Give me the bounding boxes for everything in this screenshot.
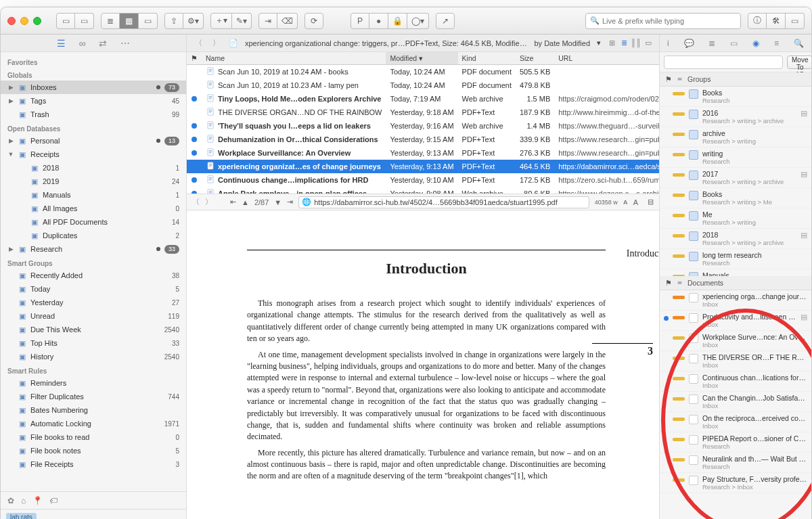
list-item[interactable]: Continuous change…implications for HRDYe…: [187, 173, 659, 187]
list-item[interactable]: Tiny Loops, Hold Me…oden Explorers Archi…: [187, 92, 659, 106]
page-down-icon[interactable]: ▼: [274, 198, 281, 206]
flag-icon[interactable]: ⚑: [665, 75, 672, 83]
document-viewer[interactable]: rsity At 02:18 30 September 2015 (PT) In…: [187, 210, 659, 519]
disclosure-icon[interactable]: ▶: [7, 246, 14, 252]
more-icon[interactable]: ⋯: [120, 38, 130, 49]
toc-tab-icon[interactable]: ≣: [708, 39, 715, 48]
list-item[interactable]: Dehumanization in Or…thical Consideratio…: [187, 133, 659, 146]
minimize-icon[interactable]: [20, 17, 28, 25]
related-document[interactable]: PIPEDA Report o…sioner of CanadaResearch: [660, 432, 811, 453]
inspector-search-input[interactable]: [664, 55, 783, 69]
view-doc-icon[interactable]: ▭: [139, 13, 158, 29]
more-icon[interactable]: ▤: [800, 231, 807, 240]
lock-icon[interactable]: 🔒: [388, 13, 407, 29]
sidebar-item[interactable]: ▼▣Receipts: [1, 148, 186, 161]
related-tab-icon[interactable]: ◉: [752, 39, 759, 48]
sidebar-item[interactable]: ▣20181: [1, 161, 186, 175]
sidebar-item[interactable]: ▣Bates Numbering: [1, 403, 186, 417]
sidebar-item[interactable]: ▣File Receipts3: [1, 457, 186, 471]
col-url[interactable]: URL: [554, 52, 659, 65]
tools-icon[interactable]: 🛠: [767, 13, 786, 29]
sidebar-item[interactable]: ▣Trash99: [1, 108, 186, 121]
sidebar-item[interactable]: ▣Top Hits33: [1, 336, 186, 350]
swap-icon[interactable]: ⇄: [99, 38, 107, 49]
score-icon[interactable]: ＝: [676, 74, 683, 84]
more-icon[interactable]: ▤: [800, 109, 807, 118]
inspector-toggle-icon[interactable]: ▭: [786, 13, 805, 29]
forward-icon[interactable]: 〉: [210, 37, 222, 49]
related-group[interactable]: 2018Research > writing > archive▤: [660, 229, 811, 249]
col-size[interactable]: Size: [516, 52, 554, 65]
move-to-button[interactable]: Move To ^C: [787, 55, 812, 69]
url-field[interactable]: 🌐 https://dabamirror.sci-hub.tw/4502/4…5…: [298, 196, 589, 208]
page-up-icon[interactable]: ▲: [242, 198, 249, 206]
thumb-tab-icon[interactable]: ▭: [730, 39, 738, 48]
list-item[interactable]: Workplace Surveillance: An OverviewYeste…: [187, 146, 659, 160]
column-icon[interactable]: ║║: [631, 39, 641, 47]
delete-icon[interactable]: ⌫: [277, 13, 298, 29]
link-icon[interactable]: ∞: [79, 38, 86, 49]
disclosure-icon[interactable]: ▶: [7, 97, 14, 104]
col-flag[interactable]: ⚑: [187, 52, 202, 65]
search-tab-icon[interactable]: 🔍: [794, 39, 804, 48]
share-icon[interactable]: ⇪: [164, 13, 183, 29]
document-list[interactable]: ⚑ Name Modified ▾ Kind Size URL Scan Jun…: [187, 52, 659, 194]
related-group[interactable]: ManualsReceipts: [660, 269, 811, 276]
doc-forward-icon[interactable]: 〉: [205, 197, 212, 207]
page-last-icon[interactable]: ⇥: [287, 198, 293, 206]
sidebar-toggle-right-icon[interactable]: ▭: [75, 13, 94, 29]
search-field[interactable]: 🔍: [585, 13, 741, 29]
move-to-icon[interactable]: ⇥: [258, 13, 277, 29]
links-tab-icon[interactable]: ≡: [774, 39, 779, 48]
related-group[interactable]: writingResearch: [660, 148, 811, 168]
text-small-icon[interactable]: ᴀ: [623, 198, 628, 206]
sidebar-item[interactable]: ▣201924: [1, 175, 186, 188]
disclosure-icon[interactable]: ▶: [7, 137, 14, 144]
related-group[interactable]: BooksResearch: [660, 87, 811, 107]
flag-icon[interactable]: P: [351, 13, 369, 29]
search-input[interactable]: [602, 17, 736, 25]
related-document[interactable]: xperiencing orga…change journeysInbox: [660, 290, 811, 311]
sidebar-item[interactable]: ▶▣Research33: [1, 242, 186, 256]
info-tab-icon[interactable]: i: [667, 39, 669, 48]
sidebar-item[interactable]: ▣Recently Added38: [1, 269, 186, 282]
list-item[interactable]: Scan Jun 10, 2019 at 10.24 AM - booksTod…: [187, 65, 659, 79]
related-group[interactable]: 2016Research > writing > archive▤: [660, 107, 811, 127]
doc-back-icon[interactable]: 〈: [192, 197, 200, 207]
view-list-icon[interactable]: ≣: [101, 13, 120, 29]
more-icon[interactable]: ▤: [800, 170, 807, 179]
sidebar-item[interactable]: ▣Unread119: [1, 309, 186, 323]
new-folder-icon[interactable]: ✎▾: [232, 13, 252, 29]
list-item[interactable]: Apple Park employe…in open-plan officesY…: [187, 187, 659, 194]
sidebar-toggle-icon[interactable]: ▭: [56, 13, 75, 29]
sync-icon[interactable]: ⟳: [304, 13, 323, 29]
grid-icon[interactable]: ⊞: [606, 39, 617, 47]
sidebar-item[interactable]: ▣Duplicates2: [1, 229, 186, 242]
sidebar-item[interactable]: ▣Due This Week2540: [1, 323, 186, 336]
inspector-groups-list[interactable]: BooksResearch2016Research > writing > ar…: [660, 87, 811, 276]
related-group[interactable]: BooksResearch > writing > Me: [660, 188, 811, 208]
cover-icon[interactable]: ▭: [643, 39, 654, 47]
sidebar-body[interactable]: FavoritesGlobals▶▣Inboxes73▶▣Tags45▣Tras…: [1, 52, 186, 491]
action-icon[interactable]: ⚙︎▾: [183, 13, 204, 29]
tag-chip[interactable]: lab rats: [6, 513, 37, 519]
info-icon[interactable]: ⓘ: [748, 13, 767, 29]
sidebar-item[interactable]: ▶▣Tags45: [1, 94, 186, 108]
list-item[interactable]: THE DIVERSE ORGAN…ND OF THE RAINBOWYeste…: [187, 106, 659, 119]
sidebar-item[interactable]: ▣Yesterday27: [1, 296, 186, 309]
sidebar-item[interactable]: ▣Manuals1: [1, 188, 186, 202]
sidebar-item[interactable]: ▣Automatic Locking1971: [1, 417, 186, 430]
annot-tab-icon[interactable]: 💬: [684, 39, 694, 48]
disclosure-icon[interactable]: ▼: [7, 151, 14, 158]
zoom-icon[interactable]: [33, 17, 41, 25]
list-item[interactable]: 'They'll squash you l…eeps a lid on leak…: [187, 119, 659, 133]
page-first-icon[interactable]: ⇤: [230, 198, 236, 206]
sidebar-item[interactable]: ▶▣Personal13: [1, 134, 186, 148]
text-large-icon[interactable]: A: [633, 198, 638, 206]
list-small-icon[interactable]: ≣: [618, 39, 629, 47]
more-icon[interactable]: ▤: [800, 313, 807, 321]
tag-small-icon[interactable]: ⌂: [21, 496, 26, 505]
sort-selector[interactable]: by Date Modified ▾: [534, 39, 601, 47]
flag-icon[interactable]: ⚑: [665, 279, 672, 287]
col-modified[interactable]: Modified ▾: [386, 52, 457, 65]
